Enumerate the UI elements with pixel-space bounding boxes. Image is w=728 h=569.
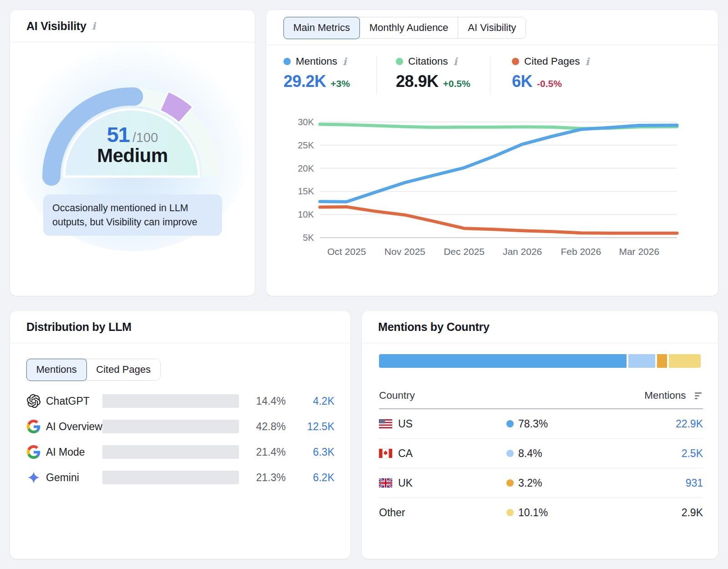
llm-value-link[interactable]: 6.3K <box>286 446 334 458</box>
tab-monthly-audience[interactable]: Monthly Audience <box>359 17 458 38</box>
country-row-ca: CA 8.4% 2.5K <box>379 439 703 468</box>
llm-bar-track <box>102 445 239 459</box>
country-code: CA <box>398 447 413 460</box>
svg-text:Oct 2025: Oct 2025 <box>327 246 366 257</box>
sort-descending-icon[interactable] <box>693 392 703 401</box>
llm-row-gemini: Gemini 21.3% 6.2K <box>10 465 350 490</box>
cited-pages-value[interactable]: 6K <box>512 72 532 91</box>
llm-card-header: Distribution by LLM <box>10 311 350 343</box>
country-value-link[interactable]: 22.9K <box>676 418 703 430</box>
country-dot-icon <box>506 450 514 457</box>
llm-percent: 21.3% <box>239 472 286 484</box>
tab-main-metrics[interactable]: Main Metrics <box>283 17 360 39</box>
metric-citations: Citations i 28.9K +0.5% <box>396 56 470 91</box>
citations-dot-icon <box>396 58 403 65</box>
llm-value-link[interactable]: 6.2K <box>286 472 334 484</box>
ai-visibility-title: AI Visibility <box>26 20 86 33</box>
gauge-rating-label: Medium <box>10 145 255 167</box>
column-country: Country <box>379 390 415 401</box>
llm-card-title: Distribution by LLM <box>26 320 131 334</box>
svg-text:Feb 2026: Feb 2026 <box>561 246 601 257</box>
gauge-description: Occasionally mentioned in LLM outputs, b… <box>43 194 222 236</box>
info-icon[interactable]: i <box>586 56 589 66</box>
country-code: US <box>398 418 413 430</box>
country-value-link[interactable]: 931 <box>686 477 703 489</box>
metric-mentions: Mentions i 29.2K +3% <box>283 56 350 91</box>
ca-flag-icon <box>379 449 392 458</box>
llm-value-link[interactable]: 12.5K <box>286 421 334 433</box>
country-code: Other <box>379 507 405 519</box>
country-row-us: US 78.3% 22.9K <box>379 409 703 439</box>
country-card-title: Mentions by Country <box>378 320 490 334</box>
uk-flag-icon <box>379 478 392 488</box>
info-icon[interactable]: i <box>454 56 457 66</box>
llm-row-ai-mode: AI Mode 21.4% 6.3K <box>10 439 350 465</box>
metric-name: Cited Pages <box>524 56 580 67</box>
metric-separator <box>490 56 490 95</box>
mentions-value[interactable]: 29.2K <box>283 72 326 91</box>
info-icon[interactable]: i <box>343 56 346 66</box>
column-mentions: Mentions <box>644 390 686 401</box>
gauge-score-value: 51 <box>107 122 130 147</box>
llm-percent: 21.4% <box>239 446 286 458</box>
country-dot-icon <box>506 479 514 487</box>
country-value-link[interactable]: 2.5K <box>682 447 703 460</box>
ai-visibility-card: AI Visibility i 51/100 Medium Occasional… <box>10 10 255 296</box>
trend-line-chart: 30K25K20K15K10K5KOct 2025Nov 2025Dec 202… <box>266 112 718 267</box>
distribution-by-llm-card: Distribution by LLM Mentions Cited Pages… <box>10 311 350 559</box>
country-bar-segment <box>628 354 655 368</box>
svg-text:5K: 5K <box>303 233 314 243</box>
main-metrics-card: Main Metrics Monthly Audience AI Visibil… <box>266 10 718 296</box>
country-bar-segment <box>657 354 667 368</box>
llm-row-chatgpt: ChatGPT 14.4% 4.2K <box>10 388 350 414</box>
tab-mentions[interactable]: Mentions <box>26 359 87 381</box>
metric-cited-pages: Cited Pages i 6K -0.5% <box>512 56 589 91</box>
gauge-score-max: /100 <box>132 130 158 145</box>
llm-name: AI Overview <box>46 421 102 433</box>
svg-text:15K: 15K <box>298 186 314 196</box>
country-stacked-bar <box>379 354 701 368</box>
llm-bar-track <box>102 420 239 433</box>
citations-value: 28.9K <box>396 72 439 91</box>
metrics-tab-group: Main Metrics Monthly Audience AI Visibil… <box>283 17 526 39</box>
llm-percent: 42.8% <box>239 421 286 433</box>
country-percent: 8.4% <box>518 447 542 460</box>
gauge-score: 51/100 <box>10 122 255 147</box>
chatgpt-logo-icon <box>26 394 41 408</box>
llm-tab-group: Mentions Cited Pages <box>26 359 161 381</box>
svg-text:20K: 20K <box>298 163 314 173</box>
country-table-header: Country Mentions <box>379 383 703 408</box>
google-logo-icon <box>26 445 41 459</box>
llm-name: AI Mode <box>46 446 102 458</box>
svg-text:Mar 2026: Mar 2026 <box>619 246 659 257</box>
country-row-uk: UK 3.2% 931 <box>379 468 703 498</box>
tab-ai-visibility[interactable]: AI Visibility <box>458 17 526 38</box>
llm-bar-track <box>102 394 239 408</box>
country-percent: 10.1% <box>518 507 548 519</box>
tab-cited-pages[interactable]: Cited Pages <box>86 359 160 380</box>
cited-pages-delta: -0.5% <box>537 78 562 89</box>
metric-separator <box>376 56 377 95</box>
llm-rows: ChatGPT 14.4% 4.2K AI Overview 42.8% 12.… <box>10 388 350 490</box>
mentions-dot-icon <box>283 58 291 65</box>
svg-text:30K: 30K <box>298 117 314 127</box>
country-card-header: Mentions by Country <box>362 311 718 343</box>
country-row-other: Other 10.1% 2.9K <box>379 498 703 527</box>
llm-row-ai-overview: AI Overview 42.8% 12.5K <box>10 414 350 439</box>
info-icon[interactable]: i <box>92 21 96 31</box>
mentions-delta: +3% <box>331 78 350 89</box>
tabs-divider <box>266 45 718 45</box>
llm-value-link[interactable]: 4.2K <box>286 395 334 407</box>
country-dot-icon <box>506 509 514 516</box>
country-code: UK <box>398 477 413 489</box>
google-logo-icon <box>26 419 41 434</box>
llm-name: ChatGPT <box>46 395 102 407</box>
country-percent: 3.2% <box>518 477 542 489</box>
metric-name: Mentions <box>296 56 337 67</box>
mentions-by-country-card: Mentions by Country Country Mentions US … <box>362 311 718 559</box>
country-dot-icon <box>506 420 514 427</box>
cited-pages-dot-icon <box>512 58 519 65</box>
svg-text:Dec 2025: Dec 2025 <box>444 246 485 257</box>
llm-percent: 14.4% <box>239 395 286 407</box>
svg-text:Jan 2026: Jan 2026 <box>503 246 542 257</box>
